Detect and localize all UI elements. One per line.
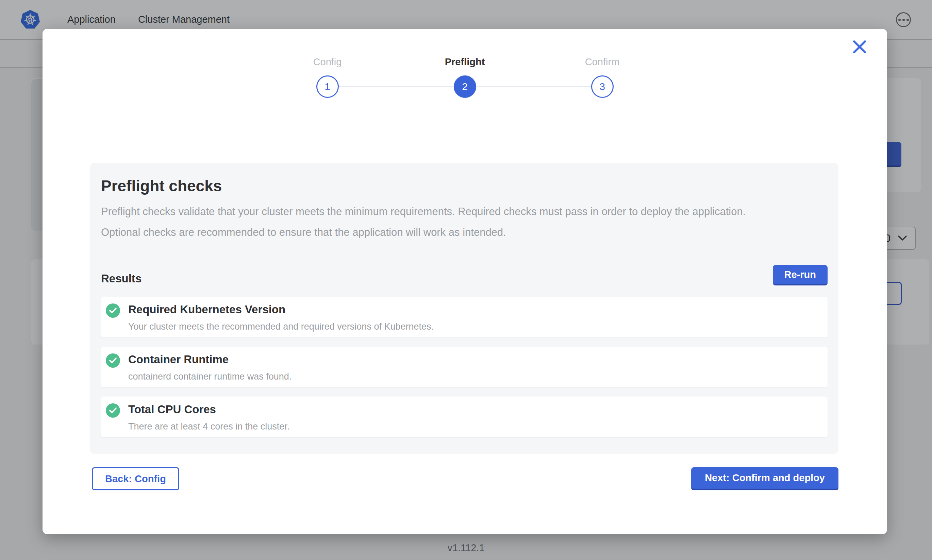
step-circle[interactable]: 1 [316, 75, 339, 98]
preflight-modal: Config 1 Preflight 2 Confirm 3 Preflight… [43, 29, 887, 534]
step-connector [476, 86, 591, 87]
check-pass-icon [106, 403, 120, 418]
step-label: Confirm [585, 56, 620, 68]
step-config: Config 1 [316, 75, 339, 98]
panel-title: Preflight checks [101, 177, 827, 195]
rerun-button[interactable]: Re-run [773, 265, 827, 285]
panel-description: Preflight checks validate that your clus… [101, 201, 775, 243]
check-pass-icon [106, 303, 120, 318]
check-row-total-cpu-cores: Total CPU Cores There are at least 4 cor… [101, 397, 827, 437]
back-button[interactable]: Back: Config [92, 467, 179, 490]
step-preflight: Preflight 2 [454, 75, 476, 98]
step-label: Config [313, 56, 342, 68]
results-bar: Results Re-run [101, 272, 827, 285]
check-row-container-runtime: Container Runtime containerd container r… [101, 346, 827, 388]
check-detail: containerd container runtime was found. [128, 371, 292, 382]
step-circle[interactable]: 2 [454, 75, 476, 98]
preflight-panel: Preflight checks Preflight checks valida… [90, 163, 838, 454]
check-title: Total CPU Cores [128, 403, 290, 416]
step-label: Preflight [445, 56, 485, 68]
check-pass-icon [106, 354, 120, 368]
check-detail: Your cluster meets the recommended and r… [128, 321, 434, 332]
wizard-stepper: Config 1 Preflight 2 Confirm 3 [43, 75, 887, 98]
check-title: Required Kubernetes Version [128, 303, 434, 316]
step-confirm: Confirm 3 [591, 75, 614, 98]
step-connector [339, 86, 454, 87]
check-list: Required Kubernetes Version Your cluster… [101, 297, 827, 437]
results-heading: Results [101, 272, 827, 285]
close-icon[interactable] [852, 39, 867, 55]
check-detail: There are at least 4 cores in the cluste… [128, 421, 290, 432]
check-title: Container Runtime [128, 353, 292, 366]
check-row-kubernetes-version: Required Kubernetes Version Your cluster… [101, 297, 827, 337]
next-button[interactable]: Next: Confirm and deploy [691, 467, 838, 490]
step-circle[interactable]: 3 [591, 75, 614, 98]
